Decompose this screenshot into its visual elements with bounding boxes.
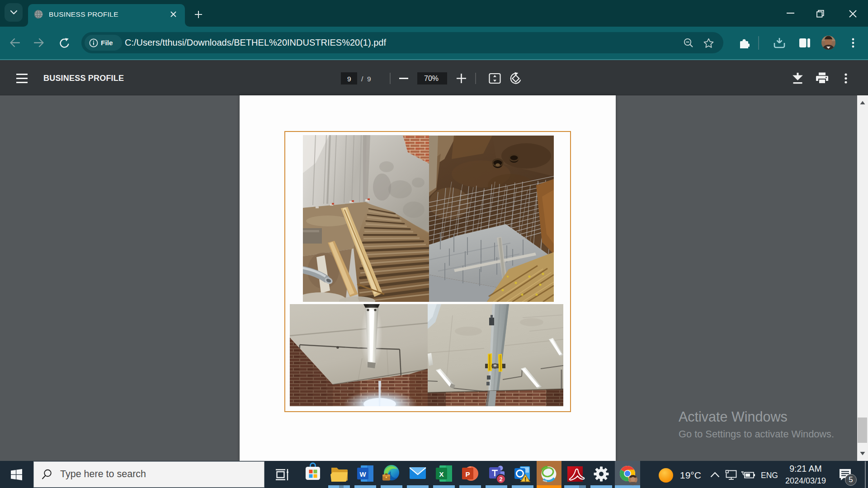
svg-text:P: P	[465, 470, 470, 478]
svg-text:X: X	[439, 470, 443, 478]
svg-text:W: W	[359, 470, 366, 478]
svg-text:2: 2	[500, 476, 503, 483]
